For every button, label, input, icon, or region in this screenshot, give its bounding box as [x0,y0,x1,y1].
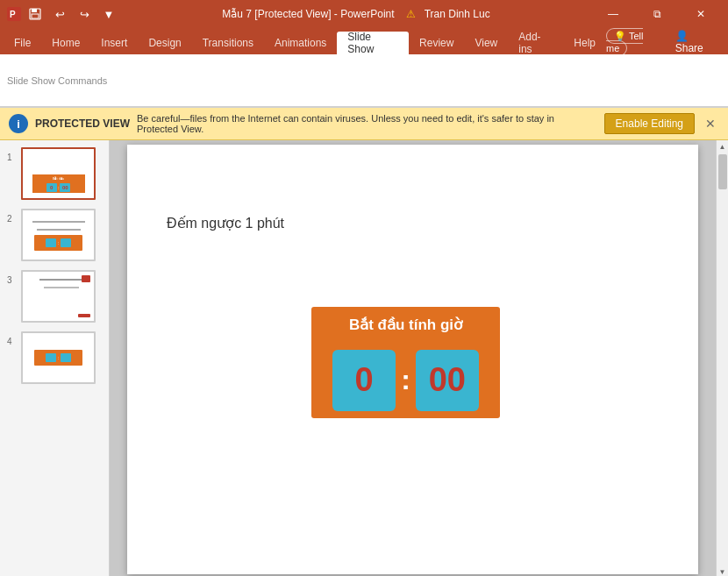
thumb-line-3a [39,279,83,281]
protected-message: Be careful—files from the Internet can c… [137,113,597,134]
timer-minutes: 0 [332,350,396,411]
slide-thumb-3-wrapper: 3 [7,270,102,323]
thumb-timer-btn-1: Bắt đầu [32,174,85,182]
tab-help[interactable]: Help [563,32,606,54]
powerpoint-icon: P [7,7,21,21]
tab-design[interactable]: Design [138,32,191,54]
scroll-up-arrow[interactable]: ▲ [717,140,729,153]
timer-display: 0 : 00 [311,343,500,418]
svg-rect-3 [32,9,37,12]
tab-addins[interactable]: Add-ins [508,32,563,54]
tab-transitions[interactable]: Transitions [192,32,264,54]
window-controls: — ⧉ ✕ [593,0,721,28]
slide-thumbnail-3[interactable] [21,270,96,323]
scroll-thumb[interactable] [718,154,727,189]
timer-seconds: 00 [416,350,479,411]
slide-panel: 1 Bắt đầu 0 : 00 2 [0,140,110,576]
thumb-timer-4: : [34,350,82,366]
tab-insert[interactable]: Insert [90,32,138,54]
canvas-area: Đếm ngược 1 phút Bắt đầu tính giờ 0 : 00 [110,140,716,576]
tab-review[interactable]: Review [409,32,464,54]
close-btn[interactable]: ✕ [681,0,721,28]
tell-me[interactable]: 💡 Tell me [606,30,665,54]
enable-editing-button[interactable]: Enable Editing [604,113,695,134]
thumb-bar-3 [78,314,90,317]
slide-thumbnail-4[interactable]: : [21,331,96,384]
tab-animations[interactable]: Animations [264,32,337,54]
undo-btn[interactable]: ↩ [49,4,70,25]
ribbon-commands: Slide Show Commands [0,54,728,107]
timer-widget: Bắt đầu tính giờ 0 : 00 [311,307,500,418]
window-title: Mẫu 7 [Protected View] - PowerPoint ⚠ Tr… [119,8,593,20]
quick-access-toolbar: P ↩ ↪ ▼ [7,4,119,25]
redo-btn[interactable]: ↪ [74,4,95,25]
title-bar: P ↩ ↪ ▼ Mẫu 7 [Protected View] - PowerPo… [0,0,728,28]
thumb-line-2a [32,221,85,223]
slide-num-3: 3 [7,275,18,285]
tab-slideshow[interactable]: Slide Show [337,32,409,54]
slide-num-1: 1 [7,153,18,162]
slide-num-4: 4 [7,337,18,346]
protected-label: PROTECTED VIEW [35,117,130,130]
vertical-scrollbar[interactable]: ▲ ▼ [716,140,728,576]
svg-text:P: P [10,10,16,19]
title-text: Mẫu 7 [Protected View] - PowerPoint [222,8,394,20]
thumb-line-3b [44,287,79,288]
maximize-btn[interactable]: ⧉ [637,0,677,28]
slide-thumbnail-2[interactable]: : [21,209,96,261]
thumb-line-2b [37,229,81,231]
tab-home[interactable]: Home [41,32,90,54]
svg-rect-4 [32,14,39,18]
protected-icon: i [9,114,28,133]
thumb-timer-display-1: 0 : 00 [32,182,85,193]
timer-colon: : [399,364,412,396]
thumb-colon: : [58,183,60,192]
thumb-badge-3 [82,275,90,282]
slide-thumbnail-1[interactable]: Bắt đầu 0 : 00 [21,147,96,200]
tab-view[interactable]: View [464,32,508,54]
tab-file[interactable]: File [4,32,41,54]
minimize-btn[interactable]: — [593,0,633,28]
slide-num-2: 2 [7,214,18,224]
scroll-down-arrow[interactable]: ▼ [717,565,729,576]
save-quick-btn[interactable] [25,4,46,25]
protected-close-btn[interactable]: ✕ [702,117,719,131]
customize-btn[interactable]: ▼ [98,4,119,25]
ribbon: File Home Insert Design Transitions Anim… [0,28,728,108]
slide-thumb-2-wrapper: 2 : [7,209,102,261]
slide-title: Đếm ngược 1 phút [167,215,284,231]
share-btn[interactable]: 👤 Share [675,30,717,54]
timer-start-button[interactable]: Bắt đầu tính giờ [311,307,500,343]
protected-view-bar: i PROTECTED VIEW Be careful—files from t… [0,108,728,140]
username: Tran Dinh Luc [425,8,490,20]
thumb-digit-0: 0 [46,183,57,192]
main-area: 1 Bắt đầu 0 : 00 2 [0,140,728,576]
slide-thumb-4-wrapper: 4 : [7,331,102,384]
slide-thumb-1-wrapper: 1 Bắt đầu 0 : 00 [7,147,102,200]
slide-canvas: Đếm ngược 1 phút Bắt đầu tính giờ 0 : 00 [127,145,698,574]
thumb-digit-00: 00 [60,183,70,192]
warning-icon: ⚠ [406,8,416,20]
ribbon-tab-bar: File Home Insert Design Transitions Anim… [0,28,728,54]
thumb-timer-2: : [34,235,82,251]
